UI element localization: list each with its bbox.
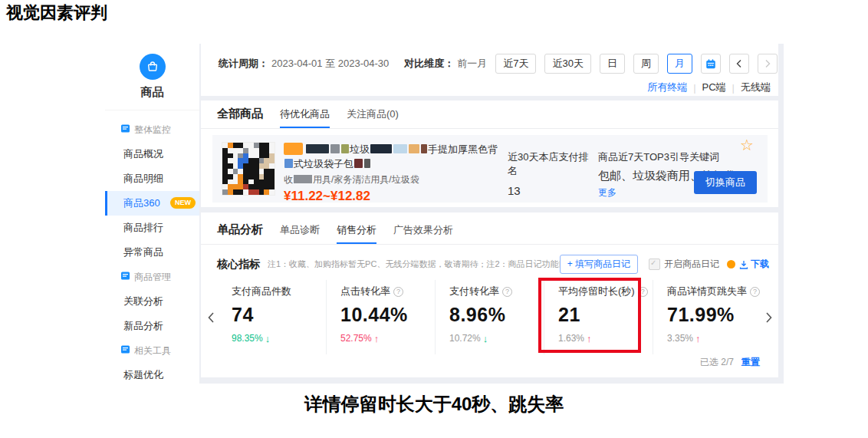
- sidebar-item-异常商品[interactable]: 异常商品: [105, 240, 199, 265]
- metric-card-点击转化率[interactable]: 点击转化率?10.44%52.75%↑: [326, 280, 435, 354]
- info-icon[interactable]: ?: [393, 287, 403, 297]
- mosaic-cell: [269, 143, 275, 148]
- analysis-title: 单品分析: [217, 222, 263, 244]
- calendar-button[interactable]: [701, 54, 721, 74]
- metric-change-pct: 1.63%: [558, 333, 584, 344]
- mosaic-cell: [254, 189, 259, 195]
- legend-item-访客数[interactable]: 访客数: [220, 377, 260, 377]
- mosaic-cell: [233, 174, 238, 179]
- sidebar-item-关联分析[interactable]: 关联分析: [105, 289, 199, 314]
- download-label: 下载: [751, 258, 769, 271]
- sidebar-item-label: 关联分析: [123, 295, 163, 307]
- terminal-所有终端[interactable]: 所有终端: [647, 81, 687, 94]
- mosaic-cell: [269, 179, 275, 185]
- next-period-button[interactable]: [758, 54, 778, 74]
- mosaic-cell: [259, 169, 265, 174]
- keywords-label: 商品近7天TOP3引导关键词: [598, 150, 755, 164]
- sidebar-item-商品排行[interactable]: 商品排行: [105, 216, 199, 240]
- metric-card-支付转化率[interactable]: 支付转化率?8.96%10.72%↓: [435, 280, 544, 354]
- mosaic-cell: [264, 174, 269, 179]
- mosaic-cell: [248, 148, 254, 153]
- range-button-月[interactable]: 月: [667, 54, 692, 74]
- arrow-down-icon: ↓: [483, 334, 488, 344]
- analysis-tab-单品诊断[interactable]: 单品诊断: [280, 223, 320, 244]
- range-button-近30天[interactable]: 近30天: [544, 54, 590, 74]
- info-icon[interactable]: ?: [750, 287, 760, 297]
- mosaic-cell: [264, 143, 269, 148]
- mosaic-cell: [238, 174, 243, 179]
- mosaic-cell: [243, 189, 248, 195]
- mosaic-cell: [238, 189, 243, 195]
- metric-card-支付商品件数[interactable]: 支付商品件数7498.35%↓: [218, 280, 326, 354]
- mosaic-cell: [238, 148, 243, 153]
- sidebar-item-商品概况[interactable]: 商品概况: [105, 142, 199, 166]
- cards-next-icon[interactable]: [761, 280, 775, 354]
- sidebar-item-label: 商品概况: [123, 148, 163, 160]
- prev-period-button[interactable]: [729, 54, 749, 74]
- diary-toggle: 开启商品日记: [649, 258, 719, 271]
- mosaic-cell: [228, 158, 233, 163]
- reset-button[interactable]: 重置: [741, 356, 760, 369]
- mosaic-cell: [233, 179, 238, 185]
- sidebar-item-商品明细[interactable]: 商品明细: [105, 166, 199, 191]
- mosaic-cell: [222, 148, 228, 153]
- sidebar-item-label: 新品分析: [123, 320, 163, 331]
- info-icon[interactable]: ?: [502, 287, 512, 297]
- app-header: 商品: [105, 44, 199, 110]
- mosaic-cell: [243, 153, 248, 159]
- product-image: [222, 142, 275, 196]
- terminal-无线端[interactable]: 无线端: [741, 81, 771, 94]
- sidebar-item-新品分析[interactable]: 新品分析: [105, 314, 199, 338]
- mosaic-cell: [259, 143, 265, 148]
- range-button-周[interactable]: 周: [633, 54, 659, 74]
- favorite-star-icon[interactable]: ☆: [740, 137, 754, 153]
- sidebar-group-整体监控[interactable]: 整体监控: [105, 117, 199, 142]
- mosaic-cell: [264, 158, 269, 163]
- app-label: 商品: [105, 85, 199, 100]
- product-tab-待优化商品[interactable]: 待优化商品: [280, 107, 330, 128]
- mosaic-cell: [222, 189, 228, 195]
- mosaic-cell: [233, 189, 238, 195]
- sidebar-group-label: 整体监控: [134, 123, 171, 137]
- product-tab-全部商品[interactable]: 全部商品: [217, 107, 263, 128]
- metric-change: 52.75%↑: [340, 333, 435, 344]
- product-title-text: 手提加厚黑色背: [428, 143, 498, 155]
- product-title-text: 垃圾: [350, 143, 370, 155]
- mosaic-cell: [228, 174, 233, 179]
- metric-card-平均停留时长(秒)[interactable]: 平均停留时长(秒)?211.63%↑: [544, 280, 653, 354]
- diary-checkbox[interactable]: [649, 259, 660, 270]
- mosaic-cell: [228, 163, 233, 169]
- download-link[interactable]: 下载: [739, 258, 769, 271]
- switch-product-button[interactable]: 切换商品: [694, 171, 757, 194]
- mosaic-cell: [254, 179, 259, 185]
- mosaic-cell: [269, 189, 275, 195]
- range-button-近7天[interactable]: 近7天: [495, 54, 536, 74]
- metric-value: 21: [558, 304, 653, 326]
- fill-diary-button[interactable]: + 填写商品日记: [560, 255, 638, 274]
- sidebar-item-商品360[interactable]: 商品360NEW: [105, 191, 199, 216]
- terminal-PC端[interactable]: PC端: [702, 81, 726, 94]
- cards-prev-icon[interactable]: [204, 280, 218, 354]
- metric-label: 支付转化率?: [449, 285, 544, 298]
- mosaic-cell: [228, 153, 233, 159]
- legend-item-支付买家数[interactable]: 支付买家数: [292, 377, 350, 377]
- mosaic-cell: [264, 153, 269, 159]
- sidebar-item-label: 商品明细: [123, 173, 163, 184]
- sidebar-item-标题优化[interactable]: 标题优化: [105, 363, 199, 387]
- sidebar: 商品 整体监控商品概况商品明细商品360NEW商品排行异常商品商品管理关联分析新…: [105, 44, 199, 384]
- sidebar-group-相关工具[interactable]: 相关工具: [105, 338, 199, 363]
- mosaic-cell: [259, 153, 265, 159]
- analysis-tab-广告效果分析[interactable]: 广告效果分析: [393, 223, 453, 244]
- product-tab-关注商品(0)[interactable]: 关注商品(0): [347, 107, 399, 128]
- sidebar-group-商品管理[interactable]: 商品管理: [105, 265, 199, 289]
- metric-card-商品详情页跳失率[interactable]: 商品详情页跳失率?71.99%3.35%↑: [653, 280, 761, 354]
- metric-change-pct: 10.72%: [449, 333, 481, 344]
- title-censor-block: [354, 159, 363, 168]
- info-icon[interactable]: ?: [638, 287, 648, 297]
- range-button-日[interactable]: 日: [600, 54, 625, 74]
- analysis-tab-销售分析[interactable]: 销售分析: [337, 223, 376, 244]
- mosaic-cell: [254, 174, 259, 179]
- title-censor-block: [341, 144, 349, 153]
- mosaic-cell: [243, 163, 248, 169]
- mosaic-cell: [248, 174, 254, 179]
